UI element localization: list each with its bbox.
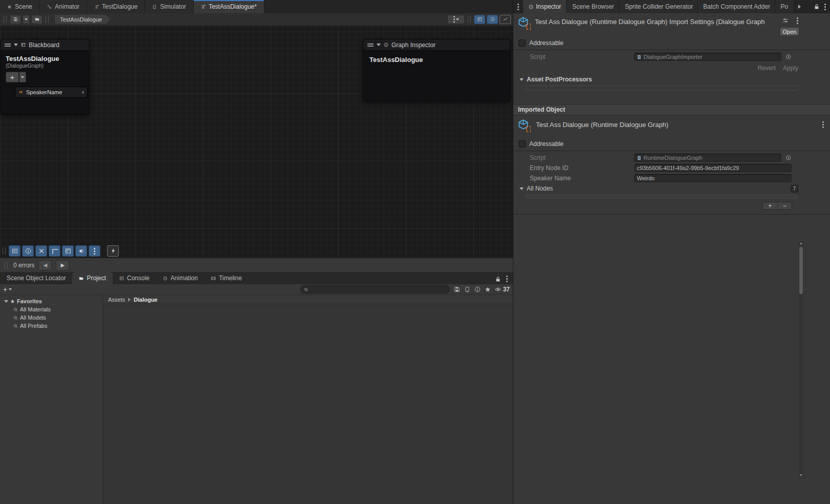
presets-icon[interactable] (782, 17, 789, 24)
toggle-window-button[interactable] (49, 245, 60, 257)
add-property-button[interactable]: + (6, 72, 19, 82)
graph-canvas[interactable]: Blackboard TestAssDialogue (DialogueGrap… (0, 26, 513, 258)
tab-timeline[interactable]: Timeline (204, 272, 248, 284)
postprocessors-foldout[interactable]: Asset PostProcessors (513, 74, 830, 85)
toolbar-grip[interactable] (5, 262, 8, 269)
graph-inspector-panel[interactable]: Graph Inspector TestAssDialogue (363, 39, 510, 101)
chevron-down-icon (520, 78, 524, 81)
add-element-button[interactable]: + (763, 202, 777, 209)
tab-batch-component-adder[interactable]: Batch Component Adder (698, 0, 775, 13)
all-nodes-row[interactable]: All Nodes 7 (513, 183, 830, 194)
alert-button[interactable] (474, 286, 481, 292)
tab-animator[interactable]: Animator (40, 0, 87, 13)
scroll-up-icon[interactable]: ▲ (799, 241, 803, 245)
blackboard-header[interactable]: Blackboard (1, 39, 89, 51)
kebab-icon (453, 16, 455, 23)
tree-item-all-materials[interactable]: All Materials (0, 305, 102, 313)
breadcrumb[interactable]: TestAssDialogue (55, 15, 110, 24)
tab-console[interactable]: Console (113, 272, 156, 284)
imported-object-title: Test Ass Dialogue (Runtime Dialogue Grap… (536, 121, 669, 135)
scroll-tabs-icon[interactable] (798, 5, 809, 9)
graph-inspector-header[interactable]: Graph Inspector (363, 39, 510, 51)
script-label: Script (530, 53, 634, 60)
toggle-live-preview-button[interactable] (107, 245, 119, 257)
blackboard-panel[interactable]: Blackboard TestAssDialogue (DialogueGrap… (0, 39, 90, 115)
toolbar-grip[interactable] (468, 16, 471, 23)
kebab-icon[interactable] (517, 4, 519, 10)
search-icon (13, 307, 18, 312)
scroll-down-icon[interactable]: ▼ (799, 473, 803, 477)
apply-button[interactable]: Apply (783, 65, 798, 72)
kebab-icon[interactable] (822, 121, 824, 128)
tab-project[interactable]: Project (72, 272, 112, 284)
save-button[interactable] (10, 15, 21, 24)
toggle-blackboard-button[interactable] (62, 245, 74, 257)
kebab-icon[interactable] (824, 4, 826, 10)
revert-button[interactable]: Revert (758, 65, 776, 72)
toolbar-grip[interactable] (4, 16, 7, 23)
package-filter-button[interactable] (464, 286, 470, 292)
breadcrumb-current[interactable]: Dialogue (134, 297, 157, 303)
favorites-filter-button[interactable] (485, 286, 491, 292)
lock-icon[interactable] (814, 4, 820, 10)
saved-search-button[interactable] (454, 286, 460, 292)
scrollbar-thumb[interactable] (799, 247, 803, 294)
toggle-list-view-button[interactable] (9, 245, 20, 257)
toolbar-grip[interactable] (3, 247, 6, 255)
tab-testdialogue[interactable]: TestDialogue (87, 0, 145, 13)
search-input[interactable] (310, 286, 446, 292)
all-nodes-count: 7 (791, 185, 798, 193)
object-picker-icon[interactable] (785, 54, 792, 60)
tab-inspector[interactable]: Inspector (523, 0, 567, 13)
save-options-button[interactable] (23, 15, 30, 24)
addressable-checkbox[interactable] (518, 140, 526, 148)
project-folder-tree: FavoritesAll MaterialsAll ModelsAll Pref… (0, 295, 103, 504)
tab-sprite-collider-generator[interactable]: Sprite Collider Generator (619, 0, 698, 13)
tab-scene-browser[interactable]: Scene Browser (567, 0, 619, 13)
entry-node-id-field[interactable]: c93b5606-401f-49a2-99b5-9ecbf1fa9c29 (634, 164, 792, 172)
toolbar-grip[interactable] (46, 16, 49, 23)
toggle-info-button[interactable] (22, 245, 34, 257)
toggle-graph-inspector-button[interactable] (487, 15, 498, 24)
addressable-checkbox[interactable] (518, 39, 526, 47)
next-error-button[interactable]: ▶ (56, 260, 69, 270)
remove-element-button[interactable]: − (777, 202, 792, 209)
tree-item-all-prefabs[interactable]: All Prefabs (0, 322, 102, 330)
nodes-scrollbar[interactable]: ▲ ▼ (799, 241, 803, 477)
search-box[interactable] (300, 285, 450, 293)
tab-po[interactable]: Po (775, 0, 794, 13)
error-bar: 0 errors ◀ ▶ (0, 258, 513, 272)
tab-testassdialogue[interactable]: TestAssDialogue* (194, 0, 264, 13)
inspector-tab-bar: InspectorScene BrowserSprite Collider Ge… (513, 0, 830, 13)
chevron-down-icon[interactable] (377, 44, 381, 46)
tab-simulator[interactable]: Simulator (145, 0, 194, 13)
more-options-button[interactable] (89, 245, 100, 257)
tree-item-all-models[interactable]: All Models (0, 313, 102, 322)
breadcrumb-root[interactable]: Assets (108, 297, 125, 303)
kebab-icon[interactable] (797, 17, 798, 24)
graph-options-button[interactable] (447, 15, 465, 24)
chevron-left-icon[interactable]: ‹ (82, 89, 84, 96)
object-picker-icon[interactable] (785, 155, 792, 161)
open-button[interactable]: Open (780, 27, 799, 36)
toggle-minimap-button[interactable] (500, 15, 511, 24)
kebab-icon[interactable] (506, 276, 508, 282)
file-list (103, 304, 513, 306)
speaker-name-field[interactable]: Weirdo (634, 174, 792, 182)
add-property-options-button[interactable] (19, 72, 26, 82)
chevron-down-icon[interactable] (14, 44, 18, 46)
array-size-toolbar: +− (762, 202, 792, 210)
blackboard-property-speakername[interactable]: SpeakerName ‹ (15, 87, 88, 98)
hidden-count-toggle[interactable]: 37 (495, 286, 510, 293)
create-asset-button[interactable]: + (3, 285, 12, 293)
tab-scene[interactable]: Scene (0, 0, 40, 13)
show-in-project-button[interactable] (31, 15, 43, 24)
previous-error-button[interactable]: ◀ (38, 260, 52, 270)
toggle-audio-button[interactable] (75, 245, 87, 257)
tree-item-favorites[interactable]: Favorites (0, 297, 102, 305)
tab-animation[interactable]: Animation (156, 272, 204, 284)
toggle-tools-button[interactable] (35, 245, 47, 257)
tab-scene-object-locator[interactable]: Scene Object Locator (0, 272, 72, 284)
toggle-blackboard-button[interactable] (474, 15, 485, 24)
dialogue-graph-icon (517, 16, 531, 30)
